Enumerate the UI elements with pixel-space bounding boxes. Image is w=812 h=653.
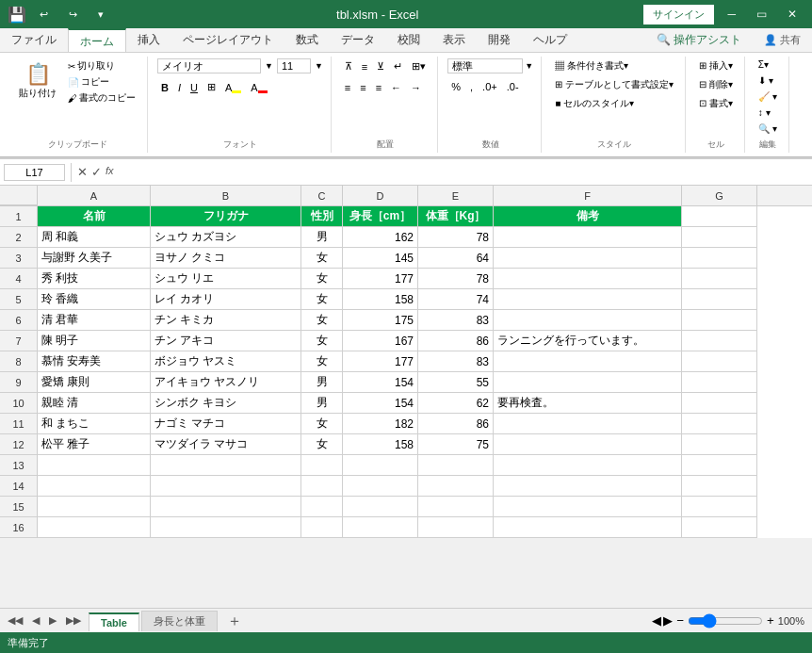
- merge-button[interactable]: ⊞▾: [408, 58, 430, 74]
- cell-b12[interactable]: マツダイラ マサコ: [151, 434, 301, 455]
- cell-b3[interactable]: ヨサノ クミコ: [151, 248, 301, 269]
- cell-e14[interactable]: [418, 476, 494, 497]
- cell-e10[interactable]: 62: [418, 393, 494, 414]
- row-header-4[interactable]: 4: [0, 269, 38, 289]
- table-format-button[interactable]: ⊞ テーブルとして書式設定▾: [551, 77, 677, 92]
- zoom-out-button[interactable]: −: [676, 613, 684, 628]
- minimize-button[interactable]: ─: [720, 6, 743, 23]
- insert-cell-button[interactable]: ⊞ 挿入▾: [695, 58, 737, 73]
- cell-c5[interactable]: 女: [301, 289, 343, 310]
- cell-c11[interactable]: 女: [301, 414, 343, 434]
- cell-e9[interactable]: 55: [418, 372, 494, 393]
- row-header-1[interactable]: 1: [0, 206, 38, 227]
- cell-a8[interactable]: 慕情 安寿美: [38, 351, 151, 372]
- cut-button[interactable]: ✂ 切り取り: [64, 58, 139, 73]
- cell-f16[interactable]: [494, 517, 682, 538]
- col-header-f[interactable]: F: [494, 186, 682, 205]
- close-button[interactable]: ✕: [780, 6, 804, 23]
- cell-g3[interactable]: [682, 248, 757, 269]
- cell-g16[interactable]: [682, 517, 757, 538]
- cell-g12[interactable]: [682, 434, 757, 455]
- restore-button[interactable]: ▭: [749, 6, 774, 23]
- cell-f5[interactable]: [494, 289, 682, 310]
- fill-color-button[interactable]: A: [221, 79, 245, 95]
- tab-data[interactable]: データ: [330, 28, 386, 52]
- row-header-7[interactable]: 7: [0, 331, 38, 351]
- col-header-a[interactable]: A: [38, 186, 151, 205]
- cell-b7[interactable]: チン アキコ: [151, 331, 301, 351]
- font-name-input[interactable]: [157, 58, 261, 73]
- cell-c15[interactable]: [301, 497, 343, 517]
- cell-b10[interactable]: シンボク キヨシ: [151, 393, 301, 414]
- tab-help[interactable]: ヘルプ: [522, 28, 578, 52]
- cell-b8[interactable]: ボジョウ ヤスミ: [151, 351, 301, 372]
- row-header-13[interactable]: 13: [0, 455, 38, 476]
- zoom-slider[interactable]: [688, 613, 763, 629]
- cancel-formula-icon[interactable]: ✕: [77, 165, 88, 179]
- cell-f11[interactable]: [494, 414, 682, 434]
- cell-d3[interactable]: 145: [343, 248, 418, 269]
- row-header-8[interactable]: 8: [0, 351, 38, 372]
- cell-d7[interactable]: 167: [343, 331, 418, 351]
- cell-b6[interactable]: チン キミカ: [151, 310, 301, 331]
- signin-button[interactable]: サインイン: [643, 5, 714, 24]
- border-button[interactable]: ⊞: [203, 79, 219, 95]
- col-header-d[interactable]: D: [343, 186, 418, 205]
- percent-button[interactable]: %: [447, 79, 464, 94]
- sheet-tab-height-weight[interactable]: 身長と体重: [141, 611, 218, 631]
- row-header-2[interactable]: 2: [0, 227, 38, 248]
- cell-d13[interactable]: [343, 455, 418, 476]
- cell-c6[interactable]: 女: [301, 310, 343, 331]
- share-button[interactable]: 👤 共有: [753, 28, 812, 52]
- dec-inc-button[interactable]: .0+: [479, 79, 501, 94]
- cell-d9[interactable]: 154: [343, 372, 418, 393]
- cell-a14[interactable]: [38, 476, 151, 497]
- cell-g4[interactable]: [682, 269, 757, 289]
- cell-e1[interactable]: 体重［Kg］: [418, 206, 494, 227]
- cell-a16[interactable]: [38, 517, 151, 538]
- col-header-g[interactable]: G: [682, 186, 757, 205]
- cell-d11[interactable]: 182: [343, 414, 418, 434]
- conditional-format-button[interactable]: ▦ 条件付き書式▾: [551, 58, 632, 73]
- cell-e3[interactable]: 64: [418, 248, 494, 269]
- redo-button[interactable]: ↪: [61, 7, 85, 23]
- col-header-e[interactable]: E: [418, 186, 494, 205]
- cell-d5[interactable]: 158: [343, 289, 418, 310]
- cell-a10[interactable]: 親睦 清: [38, 393, 151, 414]
- cell-f12[interactable]: [494, 434, 682, 455]
- align-left-button[interactable]: ≡: [341, 80, 354, 95]
- cell-c14[interactable]: [301, 476, 343, 497]
- cell-c3[interactable]: 女: [301, 248, 343, 269]
- cell-a4[interactable]: 秀 利技: [38, 269, 151, 289]
- cell-reference-input[interactable]: L17: [4, 164, 65, 181]
- row-header-6[interactable]: 6: [0, 310, 38, 331]
- col-header-c[interactable]: C: [301, 186, 343, 205]
- cell-g2[interactable]: [682, 227, 757, 248]
- format-painter-button[interactable]: 🖌 書式のコピー: [64, 90, 139, 106]
- wrap-text-button[interactable]: ↵: [390, 58, 406, 74]
- cell-g7[interactable]: [682, 331, 757, 351]
- cell-f2[interactable]: [494, 227, 682, 248]
- cell-c8[interactable]: 女: [301, 351, 343, 372]
- cell-e5[interactable]: 74: [418, 289, 494, 310]
- cell-f8[interactable]: [494, 351, 682, 372]
- cell-b1[interactable]: フリガナ: [151, 206, 301, 227]
- number-format-input[interactable]: [447, 58, 523, 73]
- cell-a3[interactable]: 与謝野 久美子: [38, 248, 151, 269]
- row-header-16[interactable]: 16: [0, 517, 38, 538]
- tab-search[interactable]: 🔍 操作アシスト: [645, 28, 753, 52]
- row-header-12[interactable]: 12: [0, 434, 38, 455]
- sort-button[interactable]: ↕ ▾: [755, 106, 774, 119]
- cell-e13[interactable]: [418, 455, 494, 476]
- sheet-tab-table[interactable]: Table: [89, 612, 139, 631]
- row-header-11[interactable]: 11: [0, 414, 38, 434]
- cell-b9[interactable]: アイキョウ ヤスノリ: [151, 372, 301, 393]
- cell-e6[interactable]: 83: [418, 310, 494, 331]
- indent-dec-button[interactable]: ←: [387, 80, 405, 95]
- tab-page-layout[interactable]: ページレイアウト: [171, 28, 284, 52]
- number-format-dropdown-icon[interactable]: ▼: [525, 61, 533, 71]
- autosum-button[interactable]: Σ▾: [755, 58, 772, 71]
- align-top-button[interactable]: ⊼: [341, 58, 356, 74]
- formula-input[interactable]: [118, 164, 808, 181]
- cell-f13[interactable]: [494, 455, 682, 476]
